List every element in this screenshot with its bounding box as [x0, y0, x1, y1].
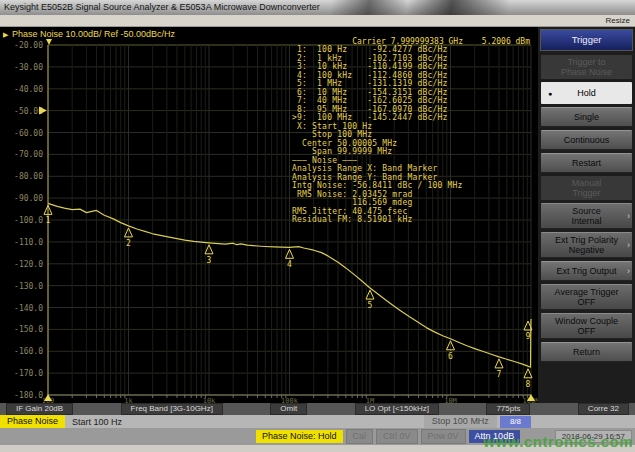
svg-text:2: 2: [126, 239, 131, 248]
start-frequency-label: Start 100 Hz: [72, 417, 122, 427]
taskbar-item-phase-noise-hold[interactable]: Phase Noise: Hold: [256, 430, 343, 443]
softkey-label: Single: [542, 112, 631, 122]
svg-text:-180.0: -180.0: [14, 391, 43, 400]
measurement-status-bar: IF Gain 20dBFreq Band [3G-10GHz]OmitLO O…: [0, 403, 635, 415]
svg-text:-170.0: -170.0: [14, 369, 43, 378]
svg-text:-140.0: -140.0: [14, 304, 43, 313]
softkey-label: Average Trigger OFF: [542, 287, 631, 307]
app-window: Keysight E5052B Signal Source Analyzer &…: [0, 0, 635, 452]
carrier-power: 5.2006 dBm: [482, 37, 530, 46]
softkey-label: Ext Trig Output: [542, 266, 631, 276]
softkey-continuous[interactable]: Continuous: [541, 130, 632, 150]
taskbar-item-cal[interactable]: Cal: [346, 429, 374, 444]
taskbar-item-pow-0v[interactable]: Pow 0V: [421, 429, 466, 444]
trace-header: ▶ Phase Noise 10.00dB/ Ref -50.00dBc/Hz: [3, 29, 175, 39]
window-title: Keysight E5052B Signal Source Analyzer &…: [4, 2, 320, 12]
softkey-label: Ext Trig Polarity Negative: [542, 235, 631, 255]
softkey-label: Window Couple OFF: [542, 316, 631, 336]
watermark: www.cntronics.com: [483, 433, 633, 450]
softkey-label: Manual Trigger: [542, 178, 631, 198]
svg-text:-40.00: -40.00: [14, 85, 43, 94]
submenu-arrow-icon: ›: [627, 240, 630, 250]
softkey-return[interactable]: Return: [541, 342, 632, 362]
svg-text:-150.0: -150.0: [14, 325, 43, 334]
channel-page-badge: 8/8: [500, 416, 531, 428]
svg-text:-120.0: -120.0: [14, 260, 43, 269]
softkey-average-trigger[interactable]: Average Trigger OFF: [541, 284, 632, 310]
range-bar: Phase Noise Start 100 Hz Stop 100 MHz 8/…: [0, 415, 635, 428]
status-item: Freq Band [3G-10GHz]: [121, 403, 223, 415]
svg-text:-20.00: -20.00: [14, 41, 43, 50]
svg-text:-60.00: -60.00: [14, 129, 43, 138]
svg-text:3: 3: [207, 256, 212, 265]
softkey-ext-trig-polarity[interactable]: Ext Trig Polarity Negative›: [541, 232, 632, 258]
softkey-trigger-to: Trigger to Phase Noise: [541, 55, 632, 79]
svg-text:-110.0: -110.0: [14, 238, 43, 247]
svg-text:-100.0: -100.0: [14, 216, 43, 225]
resize-button[interactable]: Resize: [606, 16, 630, 25]
softkey-menu-title: Trigger: [540, 29, 633, 51]
softkey-label: Continuous: [542, 135, 631, 145]
svg-text:-50.00: -50.00: [14, 107, 43, 116]
softkey-list: Trigger to Phase NoiseHold●SingleContinu…: [540, 55, 633, 362]
softkey-manual: Manual Trigger: [541, 176, 632, 200]
taskbar-item-ctrl-0v[interactable]: Ctrl 0V: [376, 429, 418, 444]
trace-select-arrow-icon: ▶: [3, 31, 8, 38]
svg-text:-130.0: -130.0: [14, 282, 43, 291]
marker-readout: 1: 100 Hz -92.4277 dBc/Hz 2: 1 kHz -102.…: [287, 46, 463, 225]
status-item: 775pts: [486, 403, 530, 415]
softkey-panel: Trigger Trigger to Phase NoiseHold●Singl…: [538, 27, 635, 403]
softkey-ext-trig-output[interactable]: Ext Trig Output›: [541, 261, 632, 281]
softkey-source[interactable]: Source Internal›: [541, 203, 632, 229]
trace-scale-label: Phase Noise 10.00dB/ Ref -50.00dBc/Hz: [12, 29, 175, 39]
svg-text:-90.00: -90.00: [14, 194, 43, 203]
softkey-restart[interactable]: Restart: [541, 153, 632, 173]
status-item: Omit: [270, 403, 307, 415]
svg-text:8: 8: [526, 380, 531, 389]
softkey-label: Source Internal: [542, 206, 631, 226]
svg-text:6: 6: [448, 352, 453, 361]
status-item: Corre 32: [578, 403, 629, 415]
svg-text:-160.0: -160.0: [14, 347, 43, 356]
svg-text:7: 7: [497, 370, 502, 379]
mode-badge: Phase Noise: [0, 415, 65, 428]
softkey-label: Restart: [542, 158, 631, 168]
softkey-label: Trigger to Phase Noise: [542, 57, 631, 77]
svg-text:5: 5: [368, 301, 373, 310]
softkey-single[interactable]: Single: [541, 107, 632, 127]
stop-frequency-label: Stop 100 MHz: [424, 415, 497, 428]
svg-text:-30.00: -30.00: [14, 63, 43, 72]
softkey-window-couple[interactable]: Window Couple OFF: [541, 313, 632, 339]
status-item: LO Opt [<150kHz]: [355, 403, 439, 415]
status-item: IF Gain 20dB: [6, 403, 73, 415]
submenu-arrow-icon: ›: [627, 211, 630, 221]
instrument-screen: -20.00-30.00-40.00-50.00-60.00-70.00-80.…: [0, 27, 538, 403]
radio-selected-icon: ●: [548, 90, 552, 97]
softkey-label: Hold: [542, 88, 631, 98]
softkey-hold[interactable]: Hold●: [541, 82, 632, 104]
title-bar[interactable]: Keysight E5052B Signal Source Analyzer &…: [0, 0, 635, 15]
svg-text:4: 4: [287, 260, 292, 269]
svg-text:-70.00: -70.00: [14, 150, 43, 159]
submenu-arrow-icon: ›: [627, 266, 630, 276]
softkey-label: Return: [542, 347, 631, 357]
svg-text:1: 1: [46, 216, 51, 225]
menu-bar: Resize: [0, 15, 635, 27]
svg-text:-80.00: -80.00: [14, 172, 43, 181]
svg-text:9: 9: [526, 332, 531, 341]
